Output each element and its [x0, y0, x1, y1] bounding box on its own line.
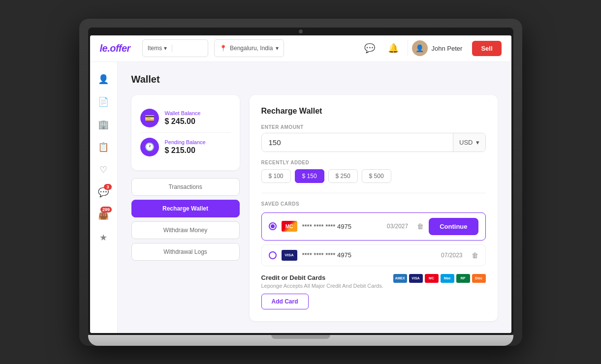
star-icon: ★ — [99, 232, 107, 243]
saved-card-2[interactable]: VISA **** **** **** 4975 07/2023 🗑 — [261, 244, 486, 266]
credit-text: Credit or Debit Cards Leponge Accepts Al… — [261, 274, 387, 289]
sidebar-item-profile[interactable]: 👤 — [94, 70, 113, 89]
rupay-logo: RP — [456, 274, 470, 283]
search-type-selector[interactable]: Items ▾ — [143, 45, 172, 52]
recharge-wallet-button[interactable]: Recharge Wallet — [131, 200, 240, 217]
search-input[interactable] — [172, 45, 208, 52]
right-panel: Recharge Wallet ENTER AMOUNT USD ▾ RECEN… — [250, 95, 498, 321]
sidebar-item-favorites[interactable]: ★ — [94, 228, 113, 247]
withdrawal-logs-button[interactable]: Withdrawal Logs — [131, 243, 240, 261]
card-logos: AMEX VISA MC Mae RP Disc — [393, 274, 486, 283]
amount-field-label: ENTER AMOUNT — [261, 124, 486, 130]
card-2-delete-icon[interactable]: 🗑 — [472, 251, 478, 259]
pending-balance-label: Pending Balance — [165, 139, 206, 145]
chat-icon-button[interactable]: 💬 — [361, 40, 378, 57]
wallet-balance-info: Wallet Balance $ 245.00 — [165, 110, 201, 126]
currency-chevron-icon: ▾ — [476, 139, 479, 146]
credit-subtitle: Leponge Accepts All Major Credit And Deb… — [261, 283, 387, 289]
amount-input-row: USD ▾ — [261, 133, 486, 152]
card-2-number: **** **** **** 4975 — [302, 251, 437, 259]
sidebar: 👤 📄 🏢 📋 ♡ 💬 3 — [90, 62, 118, 333]
sidebar-item-messages[interactable]: 💬 3 — [94, 183, 113, 202]
amount-chips: $ 100 $ 150 $ 250 $ 500 — [261, 169, 486, 183]
maestro-logo: Mae — [441, 274, 454, 283]
card-2-radio[interactable] — [269, 251, 277, 259]
amex-logo: AMEX — [393, 274, 407, 283]
mastercard-logo: MC — [425, 274, 439, 283]
card-1-radio[interactable] — [269, 222, 277, 230]
pending-balance-icon: 🕐 — [140, 138, 159, 156]
sidebar-item-business[interactable]: 🏢 — [94, 115, 113, 134]
pending-balance-info: Pending Balance $ 215.00 — [165, 139, 206, 155]
mastercard-icon: MC — [282, 221, 297, 232]
wallet-balance-item: 💳 Wallet Balance $ 245.00 — [140, 104, 231, 132]
discover-logo: Disc — [472, 274, 486, 283]
user-name-label: John Peter — [432, 45, 463, 52]
pending-balance-amount: $ 215.00 — [165, 146, 206, 155]
building-icon: 🏢 — [98, 119, 109, 130]
card-1-expiry: 03/2027 — [387, 223, 408, 230]
location-pin-icon: 📍 — [220, 45, 227, 52]
card-1-delete-icon[interactable]: 🗑 — [417, 222, 424, 230]
continue-button[interactable]: Continue — [429, 218, 478, 235]
clipboard-icon: 📋 — [98, 142, 109, 152]
avatar: 👤 — [412, 40, 428, 56]
laptop-base — [88, 335, 513, 346]
wallet-balance-amount: $ 245.00 — [165, 117, 201, 126]
saved-cards-label: SAVED CARDS — [261, 201, 486, 207]
wallet-balance-label: Wallet Balance — [165, 110, 201, 116]
chip-250[interactable]: $ 250 — [328, 169, 358, 183]
chip-500[interactable]: $ 500 — [362, 169, 391, 183]
search-bar[interactable]: Items ▾ — [142, 39, 208, 57]
heart-icon: ♡ — [99, 164, 107, 175]
search-type-label: Items — [148, 45, 162, 52]
pending-balance-item: 🕐 Pending Balance $ 215.00 — [140, 132, 231, 161]
chip-100[interactable]: $ 100 — [261, 169, 291, 183]
currency-selector[interactable]: USD ▾ — [453, 133, 485, 152]
location-label: Bengaluru, India — [230, 45, 273, 52]
balance-card: 💳 Wallet Balance $ 245.00 🕐 P — [131, 95, 240, 170]
add-card-button[interactable]: Add Card — [261, 294, 309, 309]
visa-icon: VISA — [282, 250, 297, 261]
header: le.offer Items ▾ 📍 Bengaluru, India ▾ 💬 — [90, 35, 511, 62]
sidebar-item-wallet[interactable]: 👜 299 — [94, 206, 113, 224]
document-icon: 📄 — [98, 96, 109, 107]
card-2-expiry: 07/2023 — [441, 252, 462, 259]
wallet-nav-buttons: Transactions Recharge Wallet Withdraw Mo… — [131, 178, 240, 261]
wallet-balance-icon: 💳 — [140, 109, 159, 127]
saved-card-1[interactable]: MC **** **** **** 4975 03/2027 🗑 Continu… — [261, 212, 486, 241]
user-info[interactable]: 👤 John Peter — [408, 40, 467, 56]
notification-bell-button[interactable]: 🔔 — [385, 40, 402, 57]
wallet-badge: 299 — [100, 207, 112, 212]
chevron-down-icon: ▾ — [164, 45, 167, 52]
header-icons: 💬 🔔 — [361, 40, 402, 57]
sidebar-item-listings[interactable]: 📄 — [94, 92, 113, 111]
recharge-title: Recharge Wallet — [261, 107, 486, 116]
logo: le.offer — [100, 43, 130, 54]
credit-title: Credit or Debit Cards — [261, 274, 387, 281]
recently-added-label: RECENTLY ADDED — [261, 160, 486, 165]
content-grid: 💳 Wallet Balance $ 245.00 🕐 P — [131, 95, 498, 321]
transactions-button[interactable]: Transactions — [131, 178, 240, 196]
sidebar-item-orders[interactable]: 📋 — [94, 138, 113, 156]
page-title: Wallet — [131, 74, 498, 85]
location-selector[interactable]: 📍 Bengaluru, India ▾ — [214, 39, 284, 57]
currency-label: USD — [459, 139, 473, 146]
divider — [261, 193, 486, 193]
visa-logo: VISA — [409, 274, 423, 283]
withdraw-money-button[interactable]: Withdraw Money — [131, 221, 240, 239]
chevron-down-icon: ▾ — [276, 45, 279, 52]
main-content: Wallet 💳 Wallet Balance $ 245.00 — [118, 62, 511, 333]
credit-section: Credit or Debit Cards Leponge Accepts Al… — [261, 274, 486, 289]
amount-input[interactable] — [262, 133, 453, 152]
user-icon: 👤 — [98, 74, 109, 85]
messages-badge: 3 — [104, 184, 112, 190]
sidebar-item-wishlist[interactable]: ♡ — [94, 160, 113, 179]
main-layout: 👤 📄 🏢 📋 ♡ 💬 3 — [90, 62, 511, 333]
card-1-number: **** **** **** 4975 — [302, 223, 382, 230]
chip-150[interactable]: $ 150 — [295, 169, 324, 183]
sell-button[interactable]: Sell — [472, 41, 501, 56]
left-panel: 💳 Wallet Balance $ 245.00 🕐 P — [131, 95, 240, 321]
